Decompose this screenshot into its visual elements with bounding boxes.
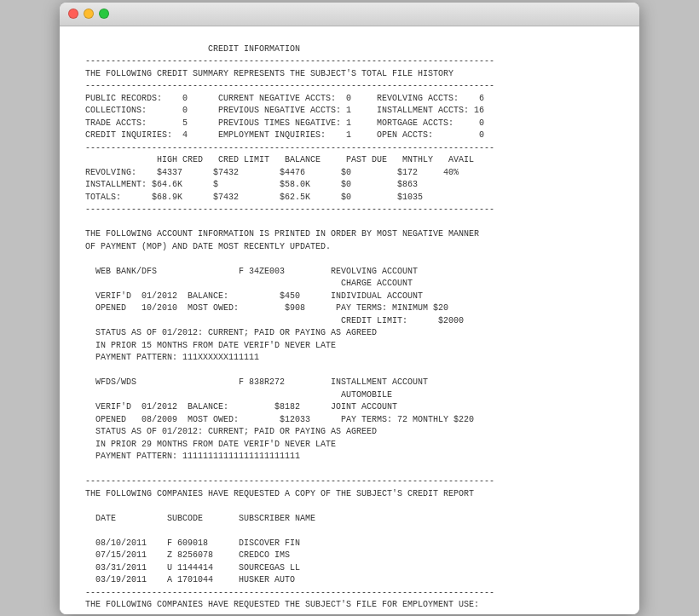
titlebar (60, 3, 639, 26)
credit-report: CREDIT INFORMATION ---------------------… (85, 43, 614, 614)
main-window: CREDIT INFORMATION ---------------------… (60, 3, 639, 614)
maximize-button[interactable] (99, 9, 109, 19)
traffic-lights (68, 9, 109, 19)
minimize-button[interactable] (84, 9, 94, 19)
report-content: CREDIT INFORMATION ---------------------… (60, 26, 639, 614)
close-button[interactable] (68, 9, 78, 19)
